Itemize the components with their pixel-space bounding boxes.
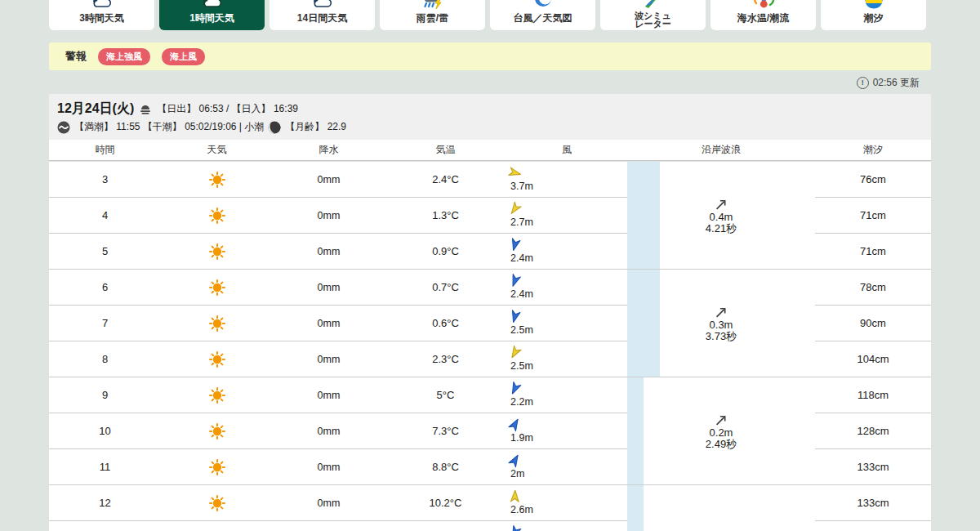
wave-column: 0.4m 4.21秒 0.3m 3.73秒 0.2m 2.49秒 [627,162,815,531]
wind-arrow-icon [506,271,524,289]
tab-3hour-weather[interactable]: 3時間天気 [49,0,154,30]
wave-info: 0.2m 2.49秒 [627,413,815,450]
header-temp: 気温 [385,140,506,160]
rain-lightning-icon [421,0,444,10]
wind-arrow-icon [506,236,523,253]
tide-column: 76cm71cm71cm78cm90cm104cm118cm128cm133cm… [815,162,931,531]
temp-cell: 5°C [385,389,506,401]
table-row: 8 0mm 2.3°C 2.5m [49,341,627,377]
table-row: 13 [49,521,627,531]
wind-arrow-icon [506,523,524,531]
tab-label: 波シミュ レーター [635,11,671,28]
tide-cell: 90cm [815,306,931,341]
weather-cell [161,207,273,225]
wind-arrow-icon [506,379,524,398]
warning-badge-sea-gale[interactable]: 海上強風 [98,48,150,65]
table-row: 4 0mm 1.3°C 2.7m [49,198,627,234]
tab-14day-weather[interactable]: 14日間天気 [270,0,375,30]
precip-cell: 0mm [273,282,385,293]
wind-speed: 2.2m [510,396,533,408]
wind-speed: 2.4m [510,252,533,264]
wave-direction-icon [713,413,729,427]
warning-bar: 警報 海上強風 海上風 [49,42,931,70]
tide-cell: 128cm [815,413,931,449]
wind-cell: 2.5m [506,341,627,377]
tab-seatemp-current[interactable]: 海水温/潮流 [710,0,816,30]
tide-cell: 104cm [815,341,931,377]
tab-tide[interactable]: 潮汐 [821,0,926,30]
tide-icon [862,0,885,10]
sunny-icon [208,279,226,297]
wind-arrow-icon [506,164,523,181]
typhoon-icon [532,0,555,10]
tab-wave-simulator[interactable]: 波シミュ レーター [600,0,706,30]
weather-cell [161,350,273,368]
header-tide: 潮汐 [815,140,931,160]
wind-cell: 2.7m [506,198,627,234]
wind-cell [506,521,627,531]
tide-cell: 71cm [815,234,931,270]
temp-cell: 0.6°C [385,317,506,329]
wave-info: 0.3m 3.73秒 [627,305,815,342]
table-row: 11 0mm 8.8°C 2m [49,449,627,485]
table-row: 12 0mm 10.2°C 2.6m [49,485,627,521]
wave-info: 0.4m 4.21秒 [627,197,815,234]
hour-cell: 9 [49,389,161,401]
wind-speed: 2.5m [510,324,533,336]
forecast-tab-bar: 3時間天気 1時間天気 14日間天気 雨雲/雷 [49,0,931,30]
tab-label: 雨雲/雷 [416,11,448,25]
warning-label: 警報 [65,49,87,64]
weather-cell [161,171,273,189]
info-icon[interactable]: ! [857,77,869,89]
table-row: 3 0mm 2.4°C 3.7m [49,162,627,198]
hourly-rows: 3 0mm 2.4°C 3.7m 4 [49,162,627,531]
header-wave: 沿岸波浪 [627,140,815,160]
sunny-icon [208,315,226,332]
wave-period: 4.21秒 [627,223,815,234]
wave-group [627,485,815,531]
header-weather: 天気 [161,140,273,160]
tide-cell: 133cm [815,485,931,521]
tab-1hour-weather[interactable]: 1時間天気 [159,0,265,30]
header-precip: 降水 [273,140,385,160]
date-header: 12月24日(火) 【日出】 06:53 / 【日入】 16:39 【満潮】 1… [49,94,931,140]
hour-cell: 5 [49,245,161,257]
wave-height: 0.4m [627,212,815,223]
weather-cell [161,422,273,440]
precip-cell: 0mm [273,318,385,329]
tide-times: 【満潮】 11:55 【干潮】 05:02/19:06 | 小潮 [74,120,264,134]
wind-arrow-icon [506,342,524,361]
wind-cell: 2.2m [506,377,627,413]
updated-row: ! 02:56 更新 [49,76,931,90]
weather-cell [161,243,273,261]
moon-age: 【月齢】 22.9 [285,120,346,134]
tab-typhoon-chart[interactable]: 台風／天気図 [490,0,595,30]
temp-cell: 10.2°C [385,497,506,509]
wind-speed: 2.5m [510,360,533,372]
wind-arrow-icon [506,414,524,433]
wind-cell: 3.7m [506,162,627,198]
weather-cell [161,386,273,404]
tide-cell: 118cm [815,377,931,413]
wind-speed: 1.9m [510,432,533,444]
hour-cell: 6 [49,281,161,293]
tab-label: 台風／天気図 [514,11,572,25]
hour-cell: 11 [49,461,161,473]
moon-icon [268,121,281,134]
table-header: 時間 天気 降水 気温 風 沿岸波浪 潮汐 [49,140,931,161]
tab-raincloud-lightning[interactable]: 雨雲/雷 [380,0,485,30]
warning-badge-sea-wind[interactable]: 海上風 [162,48,205,65]
sunny-icon [208,458,226,476]
tide-wave-icon [57,121,70,134]
temp-cell: 2.4°C [385,173,506,185]
weather-cell [161,494,273,512]
table-row: 5 0mm 0.9°C 2.4m [49,234,627,270]
precip-cell: 0mm [273,174,385,185]
tide-cell: 78cm [815,270,931,306]
date-title: 12月24日(火) [57,100,134,118]
table-row: 10 0mm 7.3°C 1.9m [49,413,627,449]
sunny-icon [208,494,226,512]
wave-height: 0.2m [627,427,815,439]
precip-cell: 0mm [273,246,385,257]
sun-times: 【日出】 06:53 / 【日入】 16:39 [157,102,298,116]
